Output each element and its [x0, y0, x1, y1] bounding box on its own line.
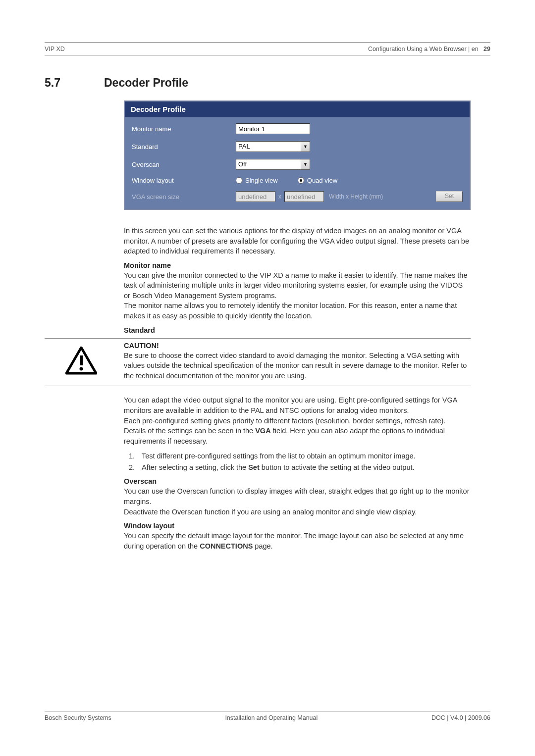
caution-body: Be sure to choose the correct video stan…	[124, 351, 471, 381]
vga-screen-size-label: VGA screen size	[132, 193, 236, 201]
header-left: VIP XD	[45, 46, 65, 52]
step-1: Test different pre-configured settings f…	[137, 451, 471, 461]
svg-rect-0	[80, 355, 83, 365]
monitor-name-input[interactable]	[236, 123, 310, 134]
overscan-p1: You can use the Overscan function to dis…	[124, 486, 471, 506]
svg-point-1	[80, 367, 83, 371]
monitor-name-label: Monitor name	[132, 125, 236, 133]
vga-unit-label: Width x Height (mm)	[329, 193, 383, 200]
overscan-label: Overscan	[132, 161, 236, 168]
footer-right: DOC | V4.0 | 2009.06	[431, 714, 490, 721]
set-button[interactable]: Set	[436, 191, 463, 202]
footer-left: Bosch Security Systems	[45, 714, 111, 721]
decoder-profile-panel: Decoder Profile Monitor name Standard PA…	[124, 101, 471, 210]
page-footer: Bosch Security Systems Installation and …	[45, 711, 490, 721]
footer-center: Installation and Operating Manual	[225, 714, 318, 721]
warning-icon	[45, 342, 124, 381]
section-title: Decoder Profile	[104, 76, 188, 90]
vga-width-input	[236, 191, 275, 202]
window-layout-label: Window layout	[132, 177, 236, 184]
chevron-down-icon[interactable]: ▼	[301, 142, 310, 151]
overscan-heading: Overscan	[124, 477, 471, 485]
caution-block: CAUTION! Be sure to choose the correct v…	[45, 338, 471, 387]
window-layout-heading: Window layout	[124, 522, 471, 530]
standard-p3: Details of the settings can be seen in t…	[124, 426, 471, 446]
standard-label: Standard	[132, 143, 236, 151]
monitor-name-heading: Monitor name	[124, 261, 471, 269]
caution-heading: CAUTION!	[124, 342, 471, 350]
panel-title: Decoder Profile	[125, 101, 470, 117]
section-number: 5.7	[45, 76, 104, 90]
overscan-p2: Deactivate the Overscan function if you …	[124, 507, 471, 517]
overscan-select[interactable]: Off ▼	[236, 159, 310, 170]
radio-icon	[236, 177, 242, 184]
radio-checked-icon	[298, 177, 304, 184]
monitor-name-p2: The monitor name allows you to remotely …	[124, 301, 471, 321]
page-header: VIP XD Configuration Using a Web Browser…	[45, 42, 490, 55]
standard-p1: You can adapt the video output signal to…	[124, 395, 471, 415]
standard-p2: Each pre-configured setting gives priori…	[124, 416, 471, 426]
standard-heading: Standard	[124, 326, 471, 334]
single-view-radio[interactable]: Single view	[236, 177, 278, 184]
step-2: After selecting a setting, click the Set…	[137, 462, 471, 473]
monitor-name-p1: You can give the monitor connected to th…	[124, 270, 471, 301]
quad-view-radio[interactable]: Quad view	[298, 177, 337, 184]
multiply-separator: x	[278, 193, 281, 200]
chevron-down-icon[interactable]: ▼	[301, 159, 310, 169]
standard-steps: Test different pre-configured settings f…	[137, 451, 471, 472]
section-heading: 5.7 Decoder Profile	[45, 76, 490, 90]
page-number: 29	[483, 46, 490, 52]
header-right: Configuration Using a Web Browser | en 2…	[368, 46, 490, 52]
window-layout-p1: You can specify the default image layout…	[124, 531, 471, 551]
intro-paragraph: In this screen you can set the various o…	[124, 226, 471, 256]
vga-height-input	[284, 191, 324, 202]
standard-select[interactable]: PAL ▼	[236, 141, 310, 152]
